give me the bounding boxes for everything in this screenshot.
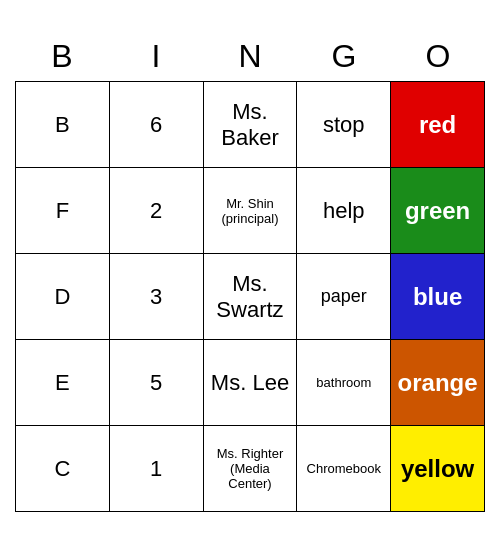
bingo-grid: B6Ms. BakerstopredF2Mr. Shin (principal)… (15, 81, 485, 512)
cell-r3-c1: 5 (110, 340, 204, 426)
cell-r0-c4: red (391, 82, 485, 168)
cell-r2-c2: Ms. Swartz (204, 254, 298, 340)
cell-r1-c3: help (297, 168, 391, 254)
bingo-card: BINGO B6Ms. BakerstopredF2Mr. Shin (prin… (15, 32, 485, 512)
cell-r0-c0: B (16, 82, 110, 168)
header-cell: N (203, 32, 297, 81)
cell-r1-c4: green (391, 168, 485, 254)
cell-r2-c4: blue (391, 254, 485, 340)
cell-r4-c2: Ms. Righter (Media Center) (204, 426, 298, 512)
cell-r1-c1: 2 (110, 168, 204, 254)
cell-r0-c2: Ms. Baker (204, 82, 298, 168)
cell-r0-c3: stop (297, 82, 391, 168)
header-cell: O (391, 32, 485, 81)
header-cell: B (15, 32, 109, 81)
cell-r1-c0: F (16, 168, 110, 254)
header-cell: G (297, 32, 391, 81)
cell-r2-c3: paper (297, 254, 391, 340)
header-cell: I (109, 32, 203, 81)
cell-r3-c2: Ms. Lee (204, 340, 298, 426)
cell-r4-c4: yellow (391, 426, 485, 512)
cell-r3-c3: bathroom (297, 340, 391, 426)
cell-r2-c0: D (16, 254, 110, 340)
cell-r3-c0: E (16, 340, 110, 426)
cell-r1-c2: Mr. Shin (principal) (204, 168, 298, 254)
cell-r3-c4: orange (391, 340, 485, 426)
cell-r0-c1: 6 (110, 82, 204, 168)
cell-r4-c0: C (16, 426, 110, 512)
cell-r4-c1: 1 (110, 426, 204, 512)
cell-r4-c3: Chromebook (297, 426, 391, 512)
bingo-header: BINGO (15, 32, 485, 81)
cell-r2-c1: 3 (110, 254, 204, 340)
